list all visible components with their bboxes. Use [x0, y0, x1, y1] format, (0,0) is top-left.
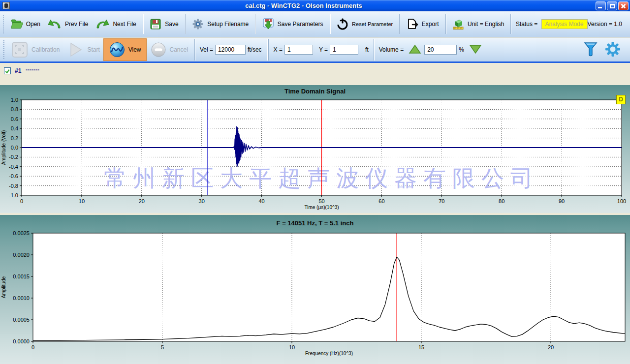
reset-parameter-button[interactable]: Reset Parameter: [333, 17, 396, 31]
channel-label: #1: [15, 67, 21, 74]
export-icon: [406, 18, 419, 30]
fft-y-tick-label: 0.0025: [13, 230, 30, 236]
open-folder-icon: [10, 18, 23, 30]
fft-plot-area[interactable]: [33, 233, 625, 341]
control-toolbar: Calibration Start View: [0, 38, 630, 63]
save-parameters-button[interactable]: Save Parameters: [258, 17, 327, 31]
minimize-button[interactable]: [596, 1, 606, 10]
open-button[interactable]: Open: [7, 17, 44, 31]
frequency-spectrum-chart-panel: F = 14051 Hz, T = 5.1 inch 051015200.000…: [0, 215, 630, 364]
maximize-button[interactable]: [607, 1, 617, 10]
app-icon: [2, 2, 10, 9]
cancel-button: Cancel: [147, 40, 191, 59]
time-x-tick-label: 90: [559, 198, 565, 204]
fft-x-tick-label: 20: [548, 344, 554, 350]
start-play-icon: [66, 41, 84, 59]
status-label: Status =: [516, 21, 537, 28]
fft-x-axis-label: Frequency (Hz)(10^3): [305, 351, 353, 356]
fft-y-tick-label: 0.0015: [13, 273, 30, 279]
calibration-button: Calibration: [7, 40, 63, 60]
volume-unit-label: %: [459, 46, 464, 53]
prev-file-button[interactable]: Prev File: [44, 17, 92, 31]
calibration-label: Calibration: [32, 46, 60, 53]
next-file-arrow-icon: [95, 18, 110, 30]
start-button: Start: [63, 40, 103, 60]
save-button[interactable]: Save: [146, 17, 182, 31]
unit-cube-ruler-icon: [452, 18, 465, 30]
window-title: cal.ctg - WinCTG2 - Olson Instruments: [12, 2, 596, 9]
time-domain-plot[interactable]: 常州新区大平超声波仪器有限公司01020304050607080901001.0…: [0, 85, 630, 213]
time-y-tick-label: 0.8: [11, 106, 18, 112]
version-label: Version = 1.0: [588, 21, 622, 28]
toolbar-grip[interactable]: [3, 40, 4, 59]
velocity-unit-label: ft/sec: [248, 46, 262, 53]
velocity-input[interactable]: [215, 45, 246, 55]
view-label: View: [128, 46, 141, 53]
view-button[interactable]: View: [103, 38, 147, 61]
separator: [143, 14, 143, 34]
separator: [510, 14, 511, 34]
open-label: Open: [26, 21, 40, 28]
separator: [185, 14, 186, 34]
export-button[interactable]: Export: [403, 17, 442, 31]
x-input[interactable]: [284, 45, 313, 55]
y-input[interactable]: [330, 45, 358, 55]
time-x-tick-label: 80: [499, 198, 504, 204]
time-y-tick-label: -0.2: [9, 154, 18, 160]
d-button[interactable]: D: [616, 95, 626, 104]
fft-x-tick-label: 5: [161, 344, 164, 350]
cancel-label: Cancel: [170, 46, 188, 53]
time-x-tick-label: 40: [258, 198, 264, 204]
setup-gear-icon: [191, 18, 204, 30]
close-button[interactable]: [618, 1, 629, 10]
fft-x-tick-label: 10: [289, 344, 295, 350]
filter-funnel-icon: [583, 41, 598, 58]
filter-button[interactable]: [583, 41, 598, 59]
time-x-tick-label: 100: [617, 198, 626, 204]
time-y-tick-label: 0.4: [11, 125, 18, 131]
maximize-icon: [610, 4, 615, 8]
volume-input[interactable]: [424, 45, 457, 55]
unit-label: Unit = English: [468, 21, 504, 28]
time-x-tick-label: 50: [318, 198, 324, 204]
reset-parameter-label: Reset Parameter: [352, 21, 393, 27]
title-bar: cal.ctg - WinCTG2 - Olson Instruments: [0, 0, 630, 11]
cancel-icon: [150, 41, 167, 58]
frequency-spectrum-plot[interactable]: 051015200.00000.00050.00100.00150.00200.…: [0, 215, 630, 364]
x-label: X =: [274, 46, 283, 53]
prev-file-arrow-icon: [47, 18, 62, 30]
time-y-tick-label: 0.0: [11, 145, 18, 151]
separator: [267, 39, 267, 61]
fft-y-tick-label: 0.0000: [13, 338, 30, 344]
time-x-tick-label: 0: [20, 198, 23, 204]
time-y-tick-label: -0.8: [9, 183, 18, 189]
fft-x-tick-label: 0: [32, 344, 34, 350]
time-x-tick-label: 30: [199, 198, 205, 204]
save-parameters-icon: [262, 18, 275, 30]
time-x-tick-label: 20: [139, 198, 145, 204]
setup-filename-button[interactable]: Setup Filename: [188, 17, 252, 31]
velocity-label: Vel =: [200, 46, 213, 53]
main-toolbar: Open Prev File Next File Save: [0, 11, 630, 37]
separator: [255, 14, 255, 34]
y-label: Y =: [319, 46, 328, 53]
power-icon: [336, 18, 349, 30]
separator: [399, 14, 400, 34]
settings-button[interactable]: [604, 41, 621, 59]
setup-filename-label: Setup Filename: [207, 21, 249, 28]
save-floppy-icon: [149, 18, 162, 30]
volume-down-button[interactable]: [469, 44, 482, 56]
next-file-button[interactable]: Next File: [92, 17, 139, 31]
time-x-tick-label: 60: [378, 198, 384, 204]
minimize-icon: [598, 7, 602, 8]
volume-down-triangle-icon: [469, 44, 482, 54]
volume-up-button[interactable]: [409, 44, 421, 56]
unit-toggle-button[interactable]: Unit = English: [448, 17, 507, 31]
channel-checkbox[interactable]: [4, 67, 11, 74]
view-wave-icon: [109, 41, 126, 58]
volume-label: Volume =: [379, 46, 404, 53]
save-parameters-label: Save Parameters: [278, 21, 323, 28]
fft-x-tick-label: 15: [418, 344, 424, 350]
calibration-icon: [11, 41, 29, 59]
toolbar-grip[interactable]: [3, 15, 4, 33]
